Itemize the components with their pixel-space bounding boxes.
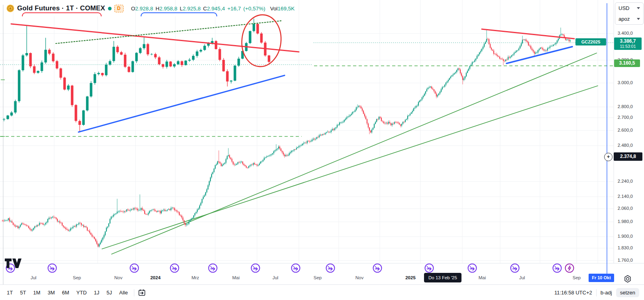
contract-rollover-icon[interactable]: [425, 264, 434, 272]
alert-level-badge[interactable]: 3.160,5: [614, 59, 640, 67]
time-axis-label: Mai: [232, 275, 240, 280]
change-pct-value: (+0,57%): [243, 6, 265, 12]
price-tick-label: 2.140,0: [614, 194, 633, 199]
ohlc-readout: O2.928,8 H2.958,8 L2.925,8 C2.945,4 +16,…: [131, 6, 295, 12]
range-button-5t[interactable]: 5T: [17, 288, 29, 297]
time-axis-label: Sep: [314, 275, 322, 280]
range-button-1m[interactable]: 1M: [30, 288, 43, 297]
contract-rollover-icon[interactable]: [251, 264, 260, 272]
range-switcher: 1T5T1M3M6MYTD1J5JAlle: [0, 288, 131, 297]
contract-label-badge[interactable]: GCZ2025: [575, 38, 606, 45]
chevron-down-icon: [637, 18, 640, 20]
axis-unit-panel: USD apoz: [615, 2, 644, 25]
selected-date-tooltip: Do 13 Feb '25: [424, 273, 461, 282]
price-tick-label: 1.900,0: [614, 234, 633, 239]
contract-rollover-icon[interactable]: [48, 264, 57, 272]
range-button-alle[interactable]: Alle: [116, 288, 131, 297]
price-tick-label: 2.060,0: [614, 206, 633, 211]
toolbar-right-group: 11:16:58 UTC+2 b-adj setzen: [554, 288, 644, 297]
range-button-1t[interactable]: 1T: [4, 288, 16, 297]
main-candles: [2, 28, 571, 247]
change-value: +16,7: [227, 6, 241, 12]
gold-coin-icon: [6, 4, 14, 12]
adjustment-dropdown[interactable]: apoz: [615, 14, 643, 24]
bottom-toolbar: 1T5T1M3M6MYTD1J5JAlle 11:16:58 UTC+2 b-a…: [0, 284, 644, 300]
level-left-tick: [1, 80, 5, 136]
price-tick-label: 3.000,0: [614, 80, 633, 85]
contract-rollover-icon[interactable]: [511, 264, 519, 272]
market-status-dot: [108, 7, 112, 10]
adjustment-toggle[interactable]: b-adj: [601, 290, 612, 296]
price-tick-label: 3.400,0: [614, 31, 633, 36]
range-button-6m[interactable]: 6M: [59, 288, 72, 297]
price-tick-label: 2.240,0: [614, 179, 633, 184]
price-tick-label: 2.800,0: [614, 104, 633, 109]
contract-rollover-markers: [6, 264, 574, 272]
close-value: 2.945,4: [207, 6, 225, 12]
range-button-ytd[interactable]: YTD: [74, 288, 90, 297]
price-tick-label: 2.600,0: [614, 128, 633, 132]
symbol-title[interactable]: Gold Futures · 1T · COMEX: [17, 4, 105, 12]
time-axis-label: Jul: [519, 275, 525, 280]
chart-canvas[interactable]: [0, 0, 644, 300]
contract-rollover-icon[interactable]: [468, 264, 477, 272]
go-to-date-button[interactable]: [137, 288, 146, 297]
price-tick-label: 2.480,0: [614, 143, 633, 148]
currency-dropdown[interactable]: USD: [615, 3, 643, 14]
contract-rollover-icon[interactable]: [373, 264, 382, 272]
crosshair-price-badge: 2.374,8: [614, 152, 642, 161]
time-axis-label: Sep: [73, 275, 81, 280]
price-tick-label: 1.980,0: [614, 219, 633, 224]
tradingview-chart-window: { "header": { "symbol": "Gold Futures", …: [0, 0, 644, 300]
clock-readout[interactable]: 11:16:58 UTC+2: [554, 290, 592, 296]
toolbar-divider: [134, 289, 134, 296]
time-axis-label: 2024: [150, 275, 161, 280]
contract-rollover-icon[interactable]: [171, 264, 179, 272]
contract-rollover-icon[interactable]: [292, 264, 300, 272]
high-value: 2.958,8: [159, 6, 177, 12]
main-resistance-line[interactable]: [482, 29, 574, 39]
long-uptrend-lower-line[interactable]: [102, 86, 598, 249]
price-tick-label: 1.830,0: [614, 245, 633, 250]
time-axis-label: Nov: [355, 275, 363, 280]
long-uptrend-upper-line[interactable]: [112, 53, 597, 254]
open-value: 2.928,8: [135, 6, 153, 12]
price-tick-label: 1.760,0: [614, 258, 633, 262]
bar-countdown: 11:53:01: [614, 44, 642, 49]
time-axis-label: 2025: [405, 275, 416, 280]
last-price-badge[interactable]: 3.386,7 11:53:01: [614, 38, 642, 50]
add-alert-plus-icon[interactable]: +: [604, 153, 613, 161]
gear-icon[interactable]: [623, 274, 632, 285]
range-button-1j[interactable]: 1J: [91, 288, 102, 297]
contract-rollover-icon[interactable]: [209, 264, 217, 272]
price-tick-label: 2.700,0: [614, 115, 633, 120]
time-axis-label: Nov: [114, 275, 122, 280]
volume-value: 169,5K: [278, 6, 295, 12]
last-price-value: 3.386,7: [614, 38, 642, 44]
range-button-3m[interactable]: 3M: [45, 288, 57, 297]
symbol-header: Gold Futures · 1T · COMEX D O2.928,8 H2.…: [6, 3, 295, 14]
low-value: 2.925,8: [183, 6, 201, 12]
lightning-icon[interactable]: [565, 264, 574, 272]
contract-rollover-icon[interactable]: [130, 264, 139, 272]
inset-support-line[interactable]: [79, 75, 285, 132]
session-button[interactable]: setzen: [616, 288, 639, 297]
time-axis-label: Sep: [573, 275, 581, 280]
contract-rollover-icon[interactable]: [553, 264, 562, 272]
range-button-5j[interactable]: 5J: [104, 288, 115, 297]
time-axis-label: Mrz: [191, 275, 199, 280]
chevron-down-icon: [637, 7, 640, 9]
delayed-data-badge[interactable]: D: [114, 5, 124, 12]
time-axis-label: Jul: [273, 275, 279, 280]
toolbar-divider: [596, 289, 597, 296]
time-axis-label: Jul: [31, 275, 37, 280]
crosshair-date-badge: Fr 10 Okt: [589, 274, 614, 282]
time-axis-label: Mai: [479, 275, 486, 280]
contract-rollover-icon[interactable]: [326, 264, 335, 272]
